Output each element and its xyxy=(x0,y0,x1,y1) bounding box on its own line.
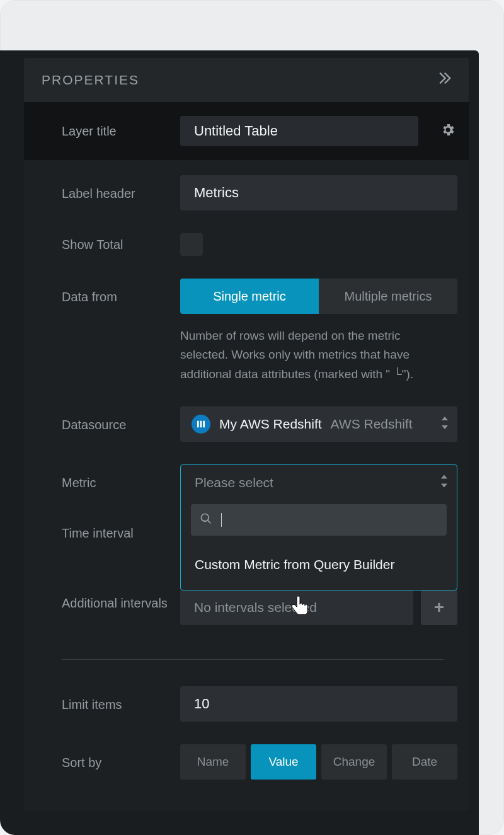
layer-title-settings-button[interactable] xyxy=(438,122,457,141)
limit-items-row: Limit items 10 xyxy=(24,675,469,733)
datasource-select[interactable]: My AWS Redshift AWS Redshift xyxy=(180,406,457,442)
sort-by-change[interactable]: Change xyxy=(321,744,387,780)
metric-search-input[interactable] xyxy=(220,513,438,527)
data-from-label: Data from xyxy=(62,279,169,304)
gear-icon xyxy=(440,122,455,140)
properties-header: PROPERTIES xyxy=(24,58,469,102)
additional-intervals-placeholder: No intervals selected xyxy=(194,600,317,615)
data-from-row: Data from Single metric Multiple metrics… xyxy=(24,267,469,395)
metric-option-label: Custom Metric from Query Builder xyxy=(195,557,394,572)
sort-by-segmented: Name Value Change Date xyxy=(180,744,457,780)
sort-label: Change xyxy=(333,755,375,769)
text-caret xyxy=(221,513,222,527)
sort-by-label: Sort by xyxy=(62,744,169,770)
sort-by-row: Sort by Name Value Change Date xyxy=(24,733,469,791)
label-header-input[interactable]: Metrics xyxy=(180,175,457,210)
datasource-icon xyxy=(192,415,210,434)
datasource-label: Datasource xyxy=(62,406,169,432)
limit-items-value: 10 xyxy=(194,696,209,712)
metric-option-custom-query-builder[interactable]: Custom Metric from Query Builder xyxy=(181,543,457,590)
sort-by-name[interactable]: Name xyxy=(180,744,246,780)
datasource-type: AWS Redshift xyxy=(331,417,413,432)
metric-select-display[interactable]: Please select xyxy=(181,465,457,500)
metric-label: Metric xyxy=(62,464,169,490)
layer-title-value: Untitled Table xyxy=(194,123,278,139)
additional-intervals-display[interactable]: No intervals selected xyxy=(180,590,413,625)
layer-title-input[interactable]: Untitled Table xyxy=(180,116,418,146)
datasource-name: My AWS Redshift xyxy=(219,417,322,432)
show-total-label: Show Total xyxy=(62,238,169,252)
sort-by-date[interactable]: Date xyxy=(392,744,457,780)
sort-arrows-icon xyxy=(440,475,448,491)
panel-title: PROPERTIES xyxy=(42,72,139,88)
sort-arrows-icon xyxy=(441,417,449,432)
label-header-value: Metrics xyxy=(194,185,239,201)
sort-by-value[interactable]: Value xyxy=(251,744,316,780)
chevron-double-right-icon xyxy=(436,70,452,91)
sort-label: Value xyxy=(268,755,298,769)
sort-label: Name xyxy=(197,755,229,769)
time-interval-label: Time interval xyxy=(62,521,169,541)
label-header-row: Label header Metrics xyxy=(24,164,469,222)
show-total-checkbox[interactable] xyxy=(180,233,203,256)
search-icon xyxy=(200,512,212,527)
collapse-button[interactable] xyxy=(436,70,452,91)
data-from-segmented: Single metric Multiple metrics xyxy=(180,279,457,314)
additional-intervals-label: Additional intervals xyxy=(62,590,169,611)
metric-placeholder: Please select xyxy=(195,475,273,490)
plus-icon: + xyxy=(434,597,444,618)
metric-search[interactable] xyxy=(191,504,447,536)
section-divider xyxy=(62,659,444,660)
data-from-multiple-metrics[interactable]: Multiple metrics xyxy=(319,279,457,314)
data-from-single-metric[interactable]: Single metric xyxy=(180,279,319,314)
label-header-label: Label header xyxy=(62,175,169,201)
limit-items-label: Limit items xyxy=(62,686,169,712)
add-interval-button[interactable]: + xyxy=(421,590,457,625)
layer-title-row: Layer title Untitled Table xyxy=(24,102,469,160)
show-total-row: Show Total xyxy=(24,222,469,267)
datasource-row: Datasource My AWS Redshift AWS Redshift xyxy=(24,395,469,453)
limit-items-input[interactable]: 10 xyxy=(180,686,457,722)
data-from-help-text: Number of rows will depend on the metric… xyxy=(180,326,457,384)
seg-label: Multiple metrics xyxy=(345,289,432,304)
seg-label: Single metric xyxy=(213,289,286,304)
metric-dropdown[interactable]: Please select xyxy=(180,464,457,590)
layer-title-label: Layer title xyxy=(62,124,169,139)
sort-label: Date xyxy=(412,755,437,769)
